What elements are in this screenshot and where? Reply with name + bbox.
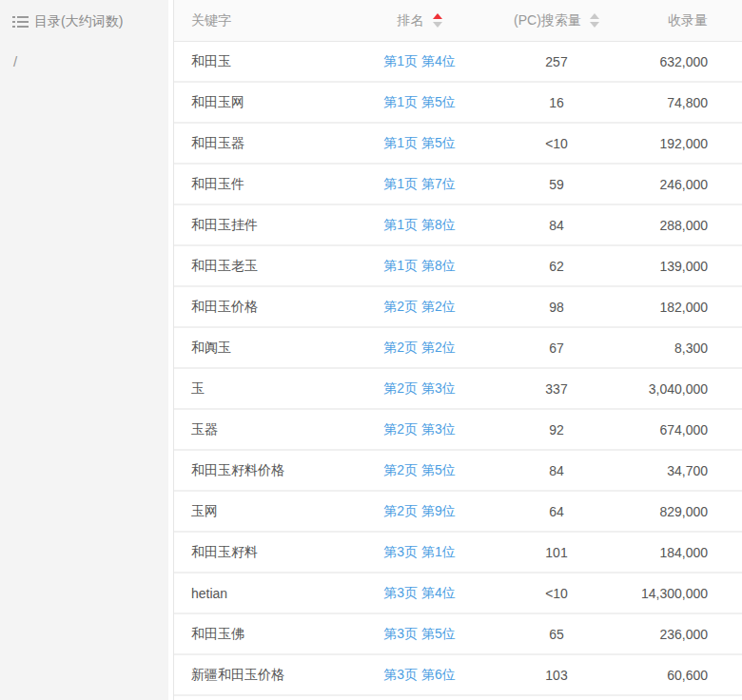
keyword-cell: 和阗玉 [191, 340, 231, 355]
table-row: 玉 第2页 第3位 337 3,040,000 [174, 369, 742, 410]
search-volume-cell: <10 [545, 586, 568, 601]
keyword-rank-page: 目录(大约词数) / 关键字 排名 (PC)搜索量 [0, 0, 742, 700]
rank-link[interactable]: 第2页 第5位 [383, 462, 455, 477]
keyword-cell: 和田玉 [191, 53, 231, 68]
keyword-cell: 玉 [191, 380, 205, 396]
rank-link[interactable]: 第1页 第7位 [383, 176, 455, 191]
rank-link[interactable]: 第2页 第2位 [383, 340, 455, 355]
keyword-cell: 玉器 [191, 421, 218, 437]
header-keyword: 关键字 [174, 12, 343, 29]
index-volume-cell: 632,000 [659, 54, 708, 69]
index-volume-cell: 182,000 [659, 300, 708, 315]
search-volume-cell: 62 [549, 259, 564, 274]
table-row: 和田玉器 第1页 第5位 <10 192,000 [174, 124, 742, 165]
sort-asc-icon[interactable] [590, 13, 599, 19]
index-volume-cell: 184,000 [659, 545, 708, 560]
header-index-volume: 收录量 [617, 12, 742, 29]
search-volume-cell: 65 [549, 627, 564, 642]
keyword-cell: 和田玉价格 [191, 299, 258, 314]
rank-link[interactable]: 第2页 第2位 [383, 299, 455, 314]
search-volume-cell: 92 [549, 422, 564, 438]
table-header-row: 关键字 排名 (PC)搜索量 [174, 0, 742, 42]
sort-asc-icon[interactable] [433, 13, 442, 19]
index-volume-cell: 8,300 [674, 340, 708, 356]
rank-link[interactable]: 第1页 第5位 [383, 135, 455, 150]
sort-desc-icon[interactable] [590, 22, 599, 28]
keyword-cell: 玉网 [191, 503, 218, 518]
sidebar-title: 目录(大约词数) [34, 13, 123, 30]
search-volume-cell: 59 [549, 177, 564, 192]
table-row: 和田玉网 第1页 第5位 16 74,800 [174, 83, 742, 124]
search-volume-cell: 67 [549, 340, 564, 356]
sidebar-item-root-directory[interactable]: / [0, 40, 168, 75]
table-row: 新疆和田玉价格 第3页 第6位 103 60,600 [174, 655, 742, 696]
table-row: 玉网 第2页 第9位 64 829,000 [174, 492, 742, 533]
keyword-cell: 和田玉老玉 [191, 258, 258, 273]
table-row: 玉器 第2页 第3位 92 674,000 [174, 410, 742, 451]
table-row: 和田玉老玉 第1页 第8位 62 139,000 [174, 246, 742, 287]
index-volume-cell: 60,600 [667, 668, 708, 683]
header-search-volume[interactable]: (PC)搜索量 [496, 12, 617, 29]
index-volume-cell: 246,000 [659, 177, 708, 192]
sidebar-header: 目录(大约词数) [0, 0, 168, 40]
rank-link[interactable]: 第3页 第1位 [383, 544, 455, 559]
search-volume-cell: 64 [549, 504, 564, 519]
rank-link[interactable]: 第3页 第4位 [383, 585, 455, 600]
index-volume-cell: 236,000 [659, 627, 708, 642]
search-volume-cell: 84 [549, 463, 564, 478]
rank-link[interactable]: 第2页 第3位 [383, 421, 455, 437]
rank-link[interactable]: 第1页 第5位 [383, 94, 455, 109]
keyword-cell: 和田玉件 [191, 176, 244, 191]
index-volume-cell: 829,000 [659, 504, 708, 519]
table-row: 和田玉佛 第3页 第5位 65 236,000 [174, 614, 742, 655]
search-volume-cell: 103 [545, 668, 567, 683]
index-volume-cell: 74,800 [667, 95, 708, 110]
rank-link[interactable]: 第1页 第8位 [383, 217, 455, 232]
search-volume-cell: 98 [549, 300, 564, 315]
rank-link[interactable]: 第3页 第6位 [383, 667, 455, 682]
index-volume-cell: 14,300,000 [641, 586, 708, 601]
table-row: 和田玉 第1页 第4位 257 632,000 [174, 42, 742, 83]
index-volume-cell: 288,000 [659, 218, 708, 233]
keyword-cell: 和田玉网 [191, 94, 244, 109]
table-row: 和田玉籽料价格 第2页 第5位 84 34,700 [174, 451, 742, 492]
table-row: 和田玉籽料 第3页 第1位 101 184,000 [174, 533, 742, 574]
index-volume-cell: 674,000 [659, 422, 708, 438]
table-row: 和阗玉 第2页 第2位 67 8,300 [174, 328, 742, 369]
keyword-cell: hetian [191, 586, 227, 601]
directory-list-icon [12, 15, 29, 29]
search-volume-cell: <10 [545, 136, 568, 151]
search-volume-cell: 337 [545, 381, 567, 397]
table-body: 和田玉 第1页 第4位 257 632,000 和田玉网 第1页 第5位 16 … [174, 42, 742, 696]
keyword-cell: 和田玉挂件 [191, 217, 258, 232]
header-search-volume-label: (PC)搜索量 [514, 12, 581, 29]
rank-link[interactable]: 第1页 第4位 [383, 53, 455, 68]
rank-link[interactable]: 第3页 第5位 [383, 626, 455, 641]
rank-link[interactable]: 第2页 第3位 [383, 380, 455, 396]
rank-link[interactable]: 第1页 第8位 [383, 258, 455, 273]
search-volume-cell: 16 [549, 95, 564, 110]
sidebar: 目录(大约词数) / [0, 0, 168, 700]
keyword-cell: 和田玉器 [191, 135, 244, 150]
table-row: hetian 第3页 第4位 <10 14,300,000 [174, 574, 742, 614]
search-volume-cell: 257 [545, 54, 567, 69]
keyword-cell: 和田玉籽料价格 [191, 462, 284, 477]
search-volume-sort-control[interactable] [590, 13, 599, 28]
header-rank[interactable]: 排名 [343, 12, 496, 29]
index-volume-cell: 139,000 [659, 259, 708, 274]
table-row: 和田玉挂件 第1页 第8位 84 288,000 [174, 205, 742, 246]
table-row: 和田玉价格 第2页 第2位 98 182,000 [174, 287, 742, 328]
keyword-cell: 和田玉佛 [191, 626, 244, 641]
rank-sort-control[interactable] [433, 13, 442, 28]
sort-desc-icon[interactable] [433, 22, 442, 28]
keyword-cell: 和田玉籽料 [191, 544, 258, 559]
search-volume-cell: 101 [545, 545, 567, 560]
header-rank-label: 排名 [398, 12, 424, 29]
keyword-table: 关键字 排名 (PC)搜索量 [173, 0, 742, 700]
index-volume-cell: 3,040,000 [649, 381, 708, 397]
search-volume-cell: 84 [549, 218, 564, 233]
keyword-cell: 新疆和田玉价格 [191, 667, 284, 682]
table-row: 和田玉件 第1页 第7位 59 246,000 [174, 165, 742, 205]
rank-link[interactable]: 第2页 第9位 [383, 503, 455, 518]
index-volume-cell: 34,700 [667, 463, 708, 478]
